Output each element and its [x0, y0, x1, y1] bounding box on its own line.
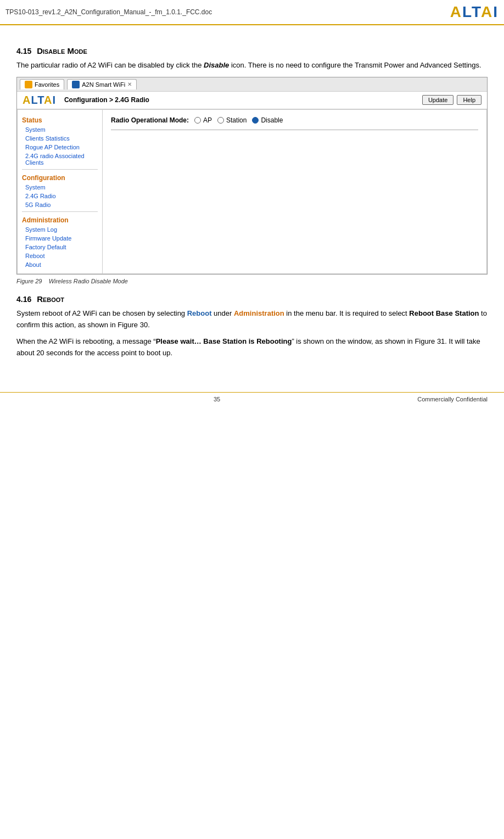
sidebar-item-about[interactable]: About	[18, 260, 102, 269]
footer-right: Commercially Confidential	[417, 396, 488, 402]
config-header-left: ALTAI Configuration > 2.4G Radio	[23, 94, 149, 107]
reboot-base-station-label: Reboot Base Station	[409, 309, 479, 317]
radio-option-disable[interactable]: Disable	[252, 116, 283, 124]
radio-option-station[interactable]: Station	[217, 116, 247, 124]
altai-logo: ALTAI	[450, 3, 499, 21]
empty-settings-area	[111, 135, 478, 244]
reboot-link: Reboot	[187, 309, 212, 317]
section-415-name: Disable Mode	[37, 46, 87, 55]
tab-close-icon[interactable]: ✕	[127, 81, 132, 87]
radio-circle-station	[217, 117, 224, 124]
update-button[interactable]: Update	[422, 95, 453, 105]
config-altai-logo: ALTAI	[23, 94, 56, 107]
main-divider	[111, 130, 478, 130]
breadcrumb: Configuration > 2.4G Radio	[64, 96, 149, 104]
figure-29-label: Figure 29	[16, 278, 42, 284]
favorites-icon	[25, 81, 32, 88]
config-header: ALTAI Configuration > 2.4G Radio Update …	[17, 92, 487, 109]
sidebar-item-rogue-ap[interactable]: Rogue AP Detection	[18, 143, 102, 152]
figure-29-caption: Figure 29 Wireless Radio Disable Mode	[16, 278, 488, 284]
browser-tab-favorites[interactable]: Favorites	[20, 79, 64, 90]
section-416-body2: When the A2 WiFi is rebooting, a message…	[16, 336, 488, 359]
radio-mode-row: Radio Operational Mode: AP Station Disab…	[111, 116, 478, 124]
sidebar-item-system-log[interactable]: System Log	[18, 225, 102, 234]
doc-footer: 35 Commercially Confidential	[0, 392, 504, 406]
browser-mockup: Favorites A2N Smart WiFi ✕ ALTAI Configu…	[16, 77, 488, 275]
section-415-heading: 4.15 Disable Mode	[16, 46, 488, 55]
sidebar-item-reboot[interactable]: Reboot	[18, 251, 102, 260]
radio-option-disable-label: Disable	[261, 116, 283, 124]
section-416-heading: 4.16 Reboot	[16, 294, 488, 304]
browser-tab-bar: Favorites A2N Smart WiFi ✕	[17, 77, 487, 92]
doc-header: TPS10-013_rev1.2_A2N_Configuration_Manua…	[0, 0, 504, 25]
doc-title: TPS10-013_rev1.2_A2N_Configuration_Manua…	[5, 8, 212, 16]
radio-circle-ap	[194, 117, 201, 124]
rebooting-message: Please wait… Base Station is Rebooting	[156, 337, 292, 345]
sidebar-item-5g-radio[interactable]: 5G Radio	[18, 200, 102, 209]
sidebar-admin-title: Administration	[18, 214, 102, 225]
a2n-favicon	[72, 81, 80, 88]
browser-tab-label: A2N Smart WiFi	[82, 81, 125, 88]
administration-link: Administration	[234, 309, 284, 317]
section-416-name: Reboot	[37, 294, 64, 304]
radio-option-ap-label: AP	[203, 116, 212, 124]
radio-option-station-label: Station	[226, 116, 247, 124]
sidebar-divider-2	[22, 211, 98, 212]
sidebar-item-system-status[interactable]: System	[18, 125, 102, 134]
config-panel: Status System Clients Statistics Rogue A…	[17, 109, 487, 274]
sidebar-item-firmware-update[interactable]: Firmware Update	[18, 234, 102, 243]
sidebar-status-title: Status	[18, 114, 102, 125]
sidebar: Status System Clients Statistics Rogue A…	[18, 110, 103, 273]
sidebar-config-title: Configuration	[18, 172, 102, 183]
sidebar-item-factory-default[interactable]: Factory Default	[18, 243, 102, 251]
page-content: 4.15 Disable Mode The particular radio o…	[0, 31, 504, 381]
radio-option-ap[interactable]: AP	[194, 116, 212, 124]
section-416-body1: System reboot of A2 WiFi can be chosen b…	[16, 308, 488, 331]
sidebar-item-clients-statistics[interactable]: Clients Statistics	[18, 134, 102, 143]
config-header-right: Update Help	[422, 95, 481, 105]
help-button[interactable]: Help	[457, 95, 481, 105]
favorites-label: Favorites	[35, 81, 59, 88]
page-number: 35	[214, 396, 220, 402]
sidebar-item-24g-clients[interactable]: 2.4G radio Associated Clients	[18, 152, 102, 167]
radio-circle-disable	[252, 117, 259, 124]
sidebar-divider-1	[22, 169, 98, 170]
section-415-body: The particular radio of A2 WiFi can be d…	[16, 60, 488, 71]
figure-29-text: Wireless Radio Disable Mode	[49, 278, 128, 284]
browser-tab-a2n[interactable]: A2N Smart WiFi ✕	[67, 79, 137, 90]
main-area: Radio Operational Mode: AP Station Disab…	[103, 110, 486, 273]
sidebar-item-24g-radio[interactable]: 2.4G Radio	[18, 192, 102, 200]
sidebar-item-system-config[interactable]: System	[18, 183, 102, 192]
radio-mode-label: Radio Operational Mode:	[111, 116, 189, 124]
